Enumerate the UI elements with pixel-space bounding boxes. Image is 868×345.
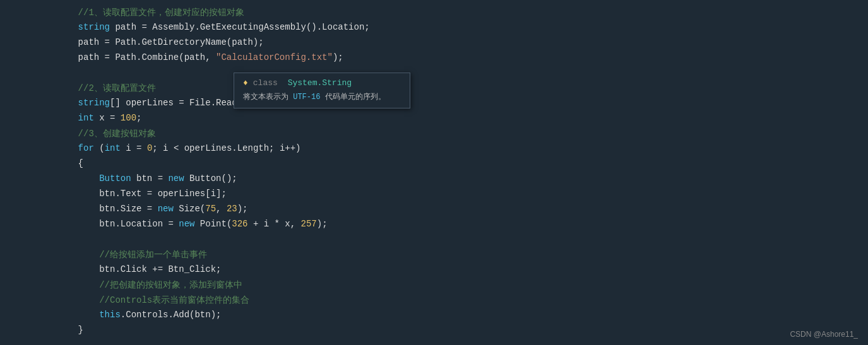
- line-content: //把创建的按钮对象，添加到窗体中: [44, 279, 868, 291]
- code-line-4: path = Path.Combine(path, "CalculatorCon…: [0, 52, 868, 67]
- code-line-18: btn.Click += Btn_Click;: [0, 264, 868, 279]
- line-content: //2、读取配置文件: [44, 83, 868, 94]
- line-content: btn.Location = new Point(326 + i * x, 25…: [44, 219, 868, 229]
- code-line-1: //1、读取配置文件，创建对应的按钮对象: [0, 6, 868, 21]
- line-content: //Controls表示当前窗体控件的集合: [44, 295, 868, 306]
- code-line-2: string path = Assembly.GetExecutingAssem…: [0, 21, 868, 37]
- code-line-20: //Controls表示当前窗体控件的集合: [0, 294, 868, 309]
- tooltip-class-name: System.String: [288, 78, 352, 88]
- code-line-17: //给按钮添加一个单击事件: [0, 249, 868, 264]
- code-line-21: this.Controls.Add(btn);: [0, 309, 868, 324]
- line-content: btn.Text = operLines[i];: [44, 189, 868, 199]
- code-line-5: [0, 67, 868, 82]
- comment: //1、读取配置文件，创建对应的按钮对象: [78, 8, 244, 18]
- code-line-22: }: [0, 324, 868, 339]
- line-content: [44, 234, 868, 244]
- line-content: int x = 100;: [44, 113, 868, 123]
- code-editor: //1、读取配置文件，创建对应的按钮对象 string path = Assem…: [0, 0, 868, 345]
- line-content: path = Path.Combine(path, "CalculatorCon…: [44, 52, 868, 62]
- tooltip-class-icon: ♦: [243, 78, 248, 88]
- code-line-19: //把创建的按钮对象，添加到窗体中: [0, 279, 868, 294]
- code-line-12: Button btn = new Button();: [0, 173, 868, 188]
- tooltip-popup: ♦ class System.String 将文本表示为 UTF-16 代码单元…: [234, 73, 410, 108]
- code-line-14: btn.Size = new Size(75, 23);: [0, 203, 868, 218]
- code-line-16: [0, 233, 868, 249]
- tooltip-description: 将文本表示为 UTF-16 代码单元的序列。: [243, 91, 401, 103]
- line-content: this.Controls.Add(btn);: [44, 310, 868, 320]
- line-content: }: [44, 325, 868, 335]
- line-content: {: [44, 158, 868, 168]
- line-content: string path = Assembly.GetExecutingAssem…: [44, 22, 868, 32]
- line-content: Button btn = new Button();: [44, 173, 868, 184]
- code-line-6: //2、读取配置文件: [0, 82, 868, 97]
- code-line-3: path = Path.GetDirectoryName(path);: [0, 37, 868, 52]
- code-line-10: for (int i = 0; i < operLines.Length; i+…: [0, 143, 868, 158]
- code-line-11: {: [0, 158, 868, 173]
- line-content: string[] operLines = File.ReadAllLines(p…: [44, 98, 868, 108]
- code-line-8: int x = 100;: [0, 112, 868, 127]
- line-content: //3、创建按钮对象: [44, 128, 868, 139]
- line-content: btn.Size = new Size(75, 23);: [44, 204, 868, 214]
- watermark: CSDN @Ashore11_: [790, 330, 858, 339]
- code-line-13: btn.Text = operLines[i];: [0, 188, 868, 203]
- line-content: [44, 67, 868, 78]
- keyword-string: string: [78, 22, 110, 32]
- tooltip-title: ♦ class System.String: [243, 78, 401, 88]
- code-line-15: btn.Location = new Point(326 + i * x, 25…: [0, 218, 868, 233]
- tooltip-class-label: class: [253, 78, 283, 88]
- line-content: //1、读取配置文件，创建对应的按钮对象: [44, 7, 868, 18]
- line-content: path = Path.GetDirectoryName(path);: [44, 37, 868, 47]
- line-content: for (int i = 0; i < operLines.Length; i+…: [44, 143, 868, 153]
- code-line-9: //3、创建按钮对象: [0, 127, 868, 143]
- line-content: btn.Click += Btn_Click;: [44, 264, 868, 274]
- code-line-7: string[] operLines = File.ReadAllLines(p…: [0, 97, 868, 112]
- line-content: //给按钮添加一个单击事件: [44, 249, 868, 260]
